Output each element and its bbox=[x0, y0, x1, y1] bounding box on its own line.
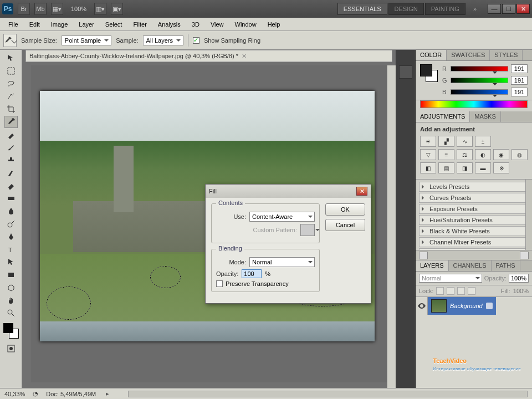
b-slider[interactable] bbox=[451, 89, 508, 95]
lock-transparency-icon[interactable] bbox=[436, 287, 444, 295]
workspace-painting[interactable]: PAINTING bbox=[425, 3, 466, 15]
preset-channelmix[interactable]: Channel Mixer Presets bbox=[419, 237, 529, 247]
launch-minibridge-icon[interactable]: Mb bbox=[34, 3, 47, 15]
menu-filter[interactable]: Filter bbox=[128, 19, 151, 29]
screen-mode-icon[interactable]: ▣▾ bbox=[111, 3, 123, 15]
g-value[interactable]: 191 bbox=[511, 76, 528, 85]
menu-view[interactable]: View bbox=[206, 19, 229, 29]
presets-scrollbar[interactable] bbox=[525, 180, 532, 250]
use-dropdown[interactable]: Content-Aware bbox=[249, 212, 315, 222]
crop-tool[interactable] bbox=[4, 103, 18, 115]
channel-mixer-icon[interactable]: ◍ bbox=[511, 149, 528, 160]
menu-window[interactable]: Window bbox=[230, 19, 262, 29]
color-spectrum[interactable] bbox=[420, 100, 528, 108]
preset-selcolor[interactable]: Selective Color Presets bbox=[419, 248, 529, 250]
type-tool[interactable]: T bbox=[4, 243, 18, 255]
gradient-tool[interactable] bbox=[4, 192, 18, 204]
document-tab[interactable]: Baltinglass-Abbey-County-Wicklow-Ireland… bbox=[25, 50, 392, 62]
eraser-tool[interactable] bbox=[4, 180, 18, 192]
sample-size-dropdown[interactable]: Point Sample bbox=[62, 35, 111, 45]
tab-layers[interactable]: LAYERS bbox=[416, 260, 449, 271]
history-brush-tool[interactable] bbox=[4, 167, 18, 179]
tab-channels[interactable]: CHANNELS bbox=[449, 260, 492, 271]
menu-select[interactable]: Select bbox=[100, 19, 127, 29]
lock-all-icon[interactable] bbox=[468, 287, 475, 295]
tab-adjustments[interactable]: ADJUSTMENTS bbox=[416, 111, 470, 122]
sample-dropdown[interactable]: All Layers bbox=[143, 35, 183, 45]
brush-tool[interactable] bbox=[4, 141, 18, 154]
menu-help[interactable]: Help bbox=[263, 19, 285, 29]
photo-filter-icon[interactable]: ◉ bbox=[493, 149, 509, 160]
g-slider[interactable] bbox=[451, 78, 508, 83]
current-tool-icon[interactable] bbox=[3, 34, 17, 47]
show-sampling-ring-checkbox[interactable]: ✓ bbox=[193, 37, 200, 44]
workspace-design[interactable]: DESIGN bbox=[388, 3, 424, 15]
path-select-tool[interactable] bbox=[4, 256, 18, 268]
view-extras-icon[interactable]: ▦▾ bbox=[51, 3, 63, 15]
eyedropper-tool[interactable] bbox=[4, 116, 18, 128]
workspace-more-icon[interactable]: » bbox=[470, 6, 480, 12]
invert-icon[interactable]: ◧ bbox=[420, 162, 436, 173]
ok-button[interactable]: OK bbox=[325, 203, 365, 216]
minimize-button[interactable]: — bbox=[488, 4, 501, 14]
preset-huesat[interactable]: Hue/Saturation Presets bbox=[419, 215, 529, 225]
b-value[interactable]: 191 bbox=[511, 88, 528, 96]
preset-bw[interactable]: Black & White Presets bbox=[419, 226, 529, 236]
dialog-titlebar[interactable]: Fill ✕ bbox=[206, 185, 371, 198]
dodge-tool[interactable] bbox=[4, 218, 18, 230]
fill-value[interactable]: 100% bbox=[513, 288, 529, 294]
exposure-icon[interactable]: ± bbox=[475, 136, 491, 147]
status-menu-icon[interactable]: ▸ bbox=[106, 390, 109, 397]
opacity-input[interactable]: 100 bbox=[242, 269, 262, 278]
adj-footer-btn[interactable] bbox=[520, 252, 529, 259]
posterize-icon[interactable]: ▤ bbox=[438, 162, 454, 173]
menu-edit[interactable]: Edit bbox=[24, 19, 45, 29]
lasso-tool[interactable] bbox=[4, 78, 18, 90]
arrange-documents-icon[interactable]: ▥▾ bbox=[94, 3, 106, 15]
menu-analysis[interactable]: Analysis bbox=[153, 19, 186, 29]
healing-brush-tool[interactable] bbox=[4, 129, 18, 141]
slider-thumb-icon[interactable] bbox=[493, 71, 497, 76]
status-zoom[interactable]: 40,33% bbox=[4, 391, 25, 397]
status-docinfo[interactable]: Doc: 5,49M/5,49M bbox=[46, 391, 96, 397]
color-balance-icon[interactable]: ⚖ bbox=[457, 149, 473, 160]
curves-icon[interactable]: ∿ bbox=[457, 136, 473, 147]
preset-curves[interactable]: Curves Presets bbox=[419, 193, 529, 203]
tab-styles[interactable]: STYLES bbox=[490, 50, 523, 60]
pen-tool[interactable] bbox=[4, 231, 18, 243]
gradient-map-icon[interactable]: ▬ bbox=[475, 162, 491, 173]
slider-thumb-icon[interactable] bbox=[493, 83, 497, 88]
tab-masks[interactable]: MASKS bbox=[470, 111, 501, 122]
move-tool[interactable] bbox=[4, 52, 18, 64]
blur-tool[interactable] bbox=[4, 205, 18, 217]
3d-tool[interactable] bbox=[4, 282, 18, 294]
brightness-contrast-icon[interactable]: ☀ bbox=[420, 136, 436, 147]
selective-color-icon[interactable]: ⊗ bbox=[493, 162, 509, 173]
zoom-tool[interactable] bbox=[4, 307, 18, 319]
layer-background[interactable]: Background bbox=[428, 297, 496, 315]
lock-pixels-icon[interactable] bbox=[447, 287, 454, 295]
workspace-essentials[interactable]: ESSENTIALS bbox=[337, 3, 387, 15]
vibrance-icon[interactable]: ▽ bbox=[420, 149, 436, 160]
hue-sat-icon[interactable]: ≡ bbox=[438, 149, 454, 160]
stamp-tool[interactable] bbox=[4, 154, 18, 166]
layer-opacity-value[interactable]: 100% bbox=[509, 274, 529, 283]
slider-thumb-icon[interactable] bbox=[493, 95, 497, 99]
horizontal-scrollbar[interactable] bbox=[128, 391, 528, 397]
menu-image[interactable]: Image bbox=[46, 19, 73, 29]
r-slider[interactable] bbox=[451, 66, 508, 71]
hand-tool[interactable] bbox=[4, 294, 18, 306]
foreground-background-colors[interactable] bbox=[3, 323, 19, 339]
tab-color[interactable]: COLOR bbox=[416, 50, 447, 60]
document-tab-close-icon[interactable]: ✕ bbox=[242, 53, 247, 60]
preset-exposure[interactable]: Exposure Presets bbox=[419, 204, 529, 214]
adj-footer-btn[interactable] bbox=[419, 252, 428, 259]
layer-visibility-toggle[interactable] bbox=[416, 297, 428, 315]
quick-select-tool[interactable] bbox=[4, 90, 18, 103]
quick-mask-toggle[interactable] bbox=[4, 342, 18, 355]
dialog-close-button[interactable]: ✕ bbox=[356, 187, 367, 196]
cancel-button[interactable]: Cancel bbox=[325, 219, 365, 231]
marquee-tool[interactable] bbox=[4, 65, 18, 77]
dock-icon[interactable] bbox=[399, 65, 412, 79]
r-value[interactable]: 191 bbox=[511, 64, 528, 73]
